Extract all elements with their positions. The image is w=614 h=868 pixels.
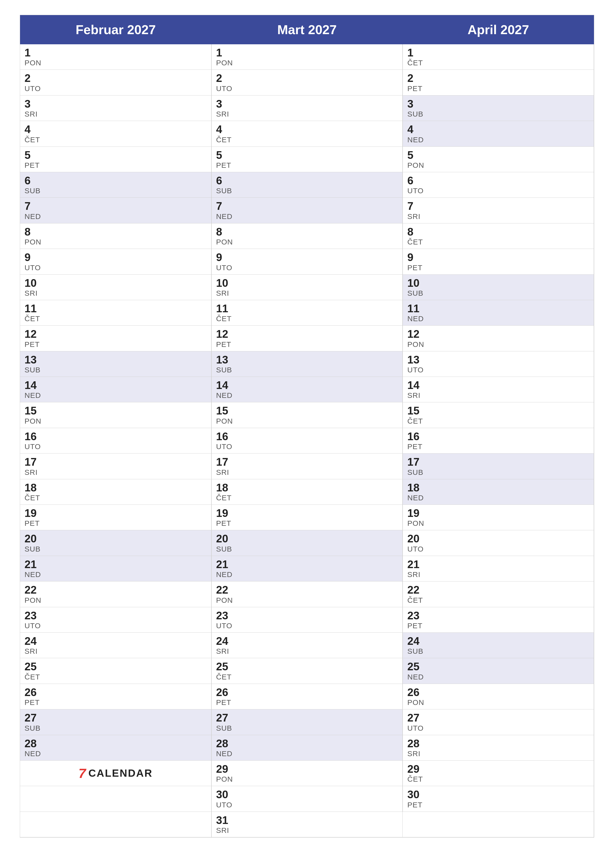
day-cell: 13SUB xyxy=(20,351,211,377)
day-name: UTO xyxy=(25,442,207,451)
day-name: SRI xyxy=(407,212,589,221)
day-name: UTO xyxy=(407,724,589,732)
day-name: SUB xyxy=(25,186,207,195)
day-cell: 2UTO xyxy=(20,70,211,95)
day-number: 5 xyxy=(407,149,589,161)
day-number: 28 xyxy=(407,738,589,749)
day-cell: 23UTO xyxy=(20,607,211,633)
day-name: PON xyxy=(216,596,398,604)
day-number: 26 xyxy=(216,687,398,698)
day-name: SRI xyxy=(216,289,398,298)
day-cell: 7SRI xyxy=(403,198,594,223)
day-cell: 6SUB xyxy=(211,172,403,198)
day-name: ČET xyxy=(25,136,207,144)
day-cell: 25NED xyxy=(403,658,594,684)
day-number: 6 xyxy=(407,175,589,186)
month-header-1: Mart 2027 xyxy=(211,15,403,44)
day-number: 22 xyxy=(25,584,207,596)
day-name: ČET xyxy=(25,673,207,681)
empty-cell xyxy=(403,812,594,837)
day-cell: 27UTO xyxy=(403,709,594,735)
day-number: 21 xyxy=(25,558,207,570)
day-cell: 15PON xyxy=(20,402,211,428)
day-number: 18 xyxy=(216,482,398,494)
day-name: PON xyxy=(407,698,589,707)
day-number: 27 xyxy=(25,712,207,724)
day-number: 20 xyxy=(25,533,207,545)
day-cell: 17SRI xyxy=(211,454,403,479)
day-number: 3 xyxy=(407,98,589,110)
day-name: UTO xyxy=(407,366,589,374)
day-name: ČET xyxy=(407,417,589,425)
day-cell: 6SUB xyxy=(20,172,211,198)
day-number: 8 xyxy=(216,226,398,238)
day-number: 30 xyxy=(407,789,589,800)
day-name: SUB xyxy=(216,186,398,195)
day-name: NED xyxy=(407,673,589,681)
day-cell: 12PET xyxy=(20,326,211,351)
day-name: SUB xyxy=(25,366,207,374)
month-header-2: April 2027 xyxy=(403,15,594,44)
day-cell: 8PON xyxy=(211,223,403,249)
day-name: SUB xyxy=(216,366,398,374)
day-name: PET xyxy=(25,698,207,707)
day-name: UTO xyxy=(25,622,207,630)
day-name: SUB xyxy=(407,110,589,118)
day-number: 26 xyxy=(25,687,207,698)
day-number: 28 xyxy=(25,738,207,749)
day-number: 4 xyxy=(216,124,398,135)
empty-cell xyxy=(20,786,211,812)
day-cell: 5PET xyxy=(211,147,403,172)
day-number: 6 xyxy=(216,175,398,186)
day-number: 9 xyxy=(216,251,398,263)
day-number: 10 xyxy=(25,277,207,289)
day-cell: 22PON xyxy=(20,581,211,607)
day-name: PON xyxy=(407,161,589,169)
day-name: ČET xyxy=(25,494,207,502)
day-number: 20 xyxy=(407,533,589,545)
day-name: PON xyxy=(407,519,589,527)
day-number: 12 xyxy=(25,328,207,340)
day-number: 15 xyxy=(407,405,589,417)
calendar-grid: Februar 2027Mart 2027April 20271PON1PON1… xyxy=(20,15,594,837)
day-cell: 21NED xyxy=(20,556,211,581)
day-name: NED xyxy=(216,212,398,221)
day-name: PON xyxy=(25,59,207,67)
day-cell: 6UTO xyxy=(403,172,594,198)
day-number: 5 xyxy=(216,149,398,161)
day-cell: 23UTO xyxy=(211,607,403,633)
day-number: 14 xyxy=(216,379,398,391)
day-number: 18 xyxy=(25,482,207,494)
day-cell: 20SUB xyxy=(20,530,211,556)
day-number: 19 xyxy=(216,507,398,519)
day-cell: 5PET xyxy=(20,147,211,172)
day-cell: 11ČET xyxy=(20,300,211,326)
day-cell: 5PON xyxy=(403,147,594,172)
day-number: 4 xyxy=(25,124,207,135)
day-cell: 1ČET xyxy=(403,44,594,70)
day-number: 16 xyxy=(407,431,589,442)
day-number: 7 xyxy=(25,200,207,212)
day-number: 23 xyxy=(216,610,398,622)
day-cell: 16PET xyxy=(403,428,594,454)
day-name: ČET xyxy=(216,494,398,502)
day-name: PON xyxy=(216,417,398,425)
day-name: SUB xyxy=(25,724,207,732)
day-number: 2 xyxy=(216,72,398,84)
day-name: ČET xyxy=(407,238,589,246)
day-number: 21 xyxy=(407,558,589,570)
day-name: SRI xyxy=(407,749,589,758)
day-number: 21 xyxy=(216,558,398,570)
day-name: UTO xyxy=(407,186,589,195)
day-name: PET xyxy=(407,801,589,809)
day-number: 3 xyxy=(216,98,398,110)
day-name: SRI xyxy=(25,110,207,118)
day-number: 8 xyxy=(25,226,207,238)
day-name: SRI xyxy=(407,570,589,579)
day-number: 17 xyxy=(407,456,589,468)
day-number: 19 xyxy=(25,507,207,519)
day-cell: 3SRI xyxy=(20,96,211,121)
day-number: 15 xyxy=(216,405,398,417)
day-cell: 28NED xyxy=(20,735,211,761)
day-cell: 9UTO xyxy=(20,249,211,274)
